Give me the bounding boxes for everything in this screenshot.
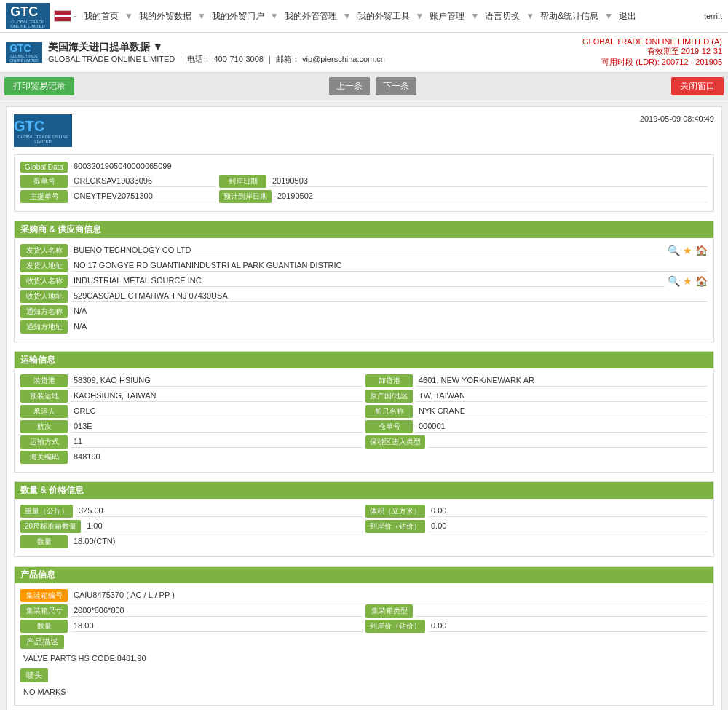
shipper-section-header: 采购商 & 供应商信息	[15, 221, 713, 238]
transport-bonded-row: 运输方式 11 保税区进入类型	[20, 435, 708, 449]
weight-value: 325.00	[76, 505, 363, 517]
product-desc-tag: 产品描述	[20, 635, 64, 649]
customs-row: 海关编码 848190	[20, 451, 708, 464]
vessel-label: 船只名称	[365, 405, 413, 418]
flag-separator: -	[74, 11, 76, 21]
doc-logo: GTC GLOBAL TRADE ONLINE LIMITED	[14, 114, 72, 147]
product-section: 产品信息 集装箱编号 CAIU8475370 ( AC / L / PP ) 集…	[14, 566, 714, 706]
volume-value: 0.00	[428, 505, 708, 517]
global-data-section: Global Data 6003201905040000065099 提单号 O…	[14, 154, 714, 212]
consignee-addr-label: 收货人地址	[20, 290, 68, 303]
volume-label: 体积（立方米）	[365, 505, 425, 518]
doc-timestamp: 2019-05-09 08:40:49	[640, 114, 714, 123]
consignee-name-row: 收货人名称 INDUSTRIAL METAL SOURCE INC 🔍 ★ 🏠	[20, 275, 708, 288]
notify-name-value: N/A	[71, 306, 708, 317]
shipper-section: 采购商 & 供应商信息 发货人名称 BUENO TECHNOLOGY CO LT…	[14, 221, 714, 342]
shipper-addr-label: 发货人地址	[20, 259, 68, 272]
shipper-star-icon[interactable]: ★	[683, 245, 692, 256]
arrival-price-value: 0.00	[428, 521, 708, 532]
shipper-addr-row: 发货人地址 NO 17 GONGYE RD GUANTIANINDUSTRI A…	[20, 259, 708, 272]
nav-tools[interactable]: 我的外贸工具	[355, 9, 413, 24]
product-qty-label: 数量	[20, 620, 68, 633]
prev-button[interactable]: 上一条	[329, 77, 370, 95]
marks-value: NO MARKS	[20, 685, 708, 699]
transport-section-header: 运输信息	[15, 352, 713, 368]
nav-forex[interactable]: 我的外管管理	[282, 9, 340, 24]
bonded-label: 保税区进入类型	[365, 435, 425, 449]
global-data-value: 6003201905040000065099	[71, 161, 708, 173]
shipper-name-row: 发货人名称 BUENO TECHNOLOGY CO LTD 🔍 ★ 🏠	[20, 244, 708, 257]
container-size-value: 2000*806*800	[71, 605, 363, 617]
company-logo: GTC GLOBAL TRADEONLINE LIMITED	[6, 42, 42, 63]
loading-place-value: KAOHSIUNG, TAIWAN	[71, 390, 363, 402]
nav-help[interactable]: 帮助&统计信息	[537, 9, 601, 24]
consignee-addr-row: 收货人地址 529CASCADE CTMAHWAH NJ 07430USA	[20, 290, 708, 303]
close-button[interactable]: 关闭窗口	[671, 77, 724, 95]
product-price-value: 0.00	[428, 620, 708, 632]
container-type-value	[416, 605, 708, 617]
notify-name-row: 通知方名称 N/A	[20, 305, 708, 318]
bill-no-value: ORLCKSAV19033096	[71, 175, 216, 187]
product-qty-value: 18.00	[71, 620, 363, 632]
quantity-section-header: 数量 & 价格信息	[15, 482, 713, 499]
company-info-bar: GTC GLOBAL TRADEONLINE LIMITED 美国海关进口提单数…	[0, 33, 728, 73]
nav-home[interactable]: 我的首页	[81, 9, 122, 24]
quantity-value: 18.00(CTN)	[71, 536, 708, 548]
est-arrival-value: 20190502	[274, 191, 708, 202]
bill-no-label: 提单号	[20, 175, 68, 188]
consignee-search-icon[interactable]: 🔍	[668, 275, 680, 287]
print-button[interactable]: 打印贸易记录	[4, 77, 74, 95]
product-description: VALVE PARTS HS CODE:8481.90	[20, 651, 708, 666]
shipper-name-value: BUENO TECHNOLOGY CO LTD	[71, 245, 665, 256]
customs-value: 848190	[71, 451, 708, 463]
notify-addr-label: 通知方地址	[20, 320, 68, 334]
license-info: GLOBAL TRADE ONLINE LIMITED (A) 有效期至 201…	[582, 37, 722, 68]
consignee-addr-value: 529CASCADE CTMAHWAH NJ 07430USA	[71, 291, 708, 302]
global-data-label: Global Data	[20, 162, 68, 173]
user-info: terri.t	[704, 12, 722, 20]
shipper-search-icon[interactable]: 🔍	[668, 245, 680, 256]
product-qty-price-row: 数量 18.00 到岸价（钻价） 0.00	[20, 620, 708, 633]
nav-trade-data[interactable]: 我的外贸数据	[136, 9, 194, 24]
container-no-label: 集装箱编号	[20, 589, 68, 602]
bonded-value	[428, 436, 708, 448]
master-bill-value: ONEYTPEV20751300	[71, 191, 216, 202]
flag-icon	[54, 10, 71, 22]
product-section-header: 产品信息	[15, 567, 713, 583]
shipper-addr-value: NO 17 GONGYE RD GUANTIANINDUSTRI AL PARK…	[71, 260, 708, 272]
container20-label: 20尺标准箱数量	[20, 520, 81, 533]
nav-logout[interactable]: 退出	[616, 9, 639, 24]
notify-addr-value: N/A	[71, 321, 708, 333]
consignee-home-icon[interactable]: 🏠	[695, 275, 708, 287]
marks-row: 唛头	[20, 668, 708, 682]
master-bill-label: 主提单号	[20, 190, 68, 203]
container-size-type-row: 集装箱尺寸 2000*806*800 集装箱类型	[20, 604, 708, 618]
global-data-row: Global Data 6003201905040000065099	[20, 161, 708, 173]
nav-account[interactable]: 账户管理	[427, 9, 467, 24]
origin-port-label: 装货港	[20, 374, 68, 387]
loading-place-label: 预装运地	[20, 390, 68, 403]
weight-label: 重量（公斤）	[20, 505, 73, 518]
container20-price-row: 20尺标准箱数量 1.00 到岸价（钻价） 0.00	[20, 520, 708, 533]
arrival-price-label: 到岸价（钻价）	[365, 520, 425, 533]
shipper-home-icon[interactable]: 🏠	[695, 245, 708, 256]
nav-lang[interactable]: 语言切换	[482, 9, 523, 24]
origin-country-value: TW, TAIWAN	[416, 390, 708, 402]
quantity-row: 数量 18.00(CTN)	[20, 535, 708, 548]
voyage-container-row: 航次 013E 仓单号 000001	[20, 420, 708, 433]
arrival-date-label: 到岸日期	[219, 175, 266, 188]
container-no-row: 集装箱编号 CAIU8475370 ( AC / L / PP )	[20, 589, 708, 602]
consignee-name-label: 收货人名称	[20, 275, 68, 288]
quantity-label: 数量	[20, 535, 68, 548]
transport-mode-value: 11	[71, 436, 363, 448]
container-no-value: 000001	[416, 421, 708, 433]
transport-mode-label: 运输方式	[20, 435, 68, 449]
nav-trade-portal[interactable]: 我的外贸门户	[209, 9, 267, 24]
next-button[interactable]: 下一条	[376, 77, 416, 95]
voyage-label: 航次	[20, 420, 68, 433]
master-bill-row: 主提单号 ONEYTPEV20751300 预计到岸日期 20190502	[20, 190, 708, 203]
consignee-star-icon[interactable]: ★	[683, 275, 692, 287]
ports-row: 装货港 58309, KAO HSIUNG 卸货港 4601, NEW YORK…	[20, 374, 708, 387]
shipper-name-label: 发货人名称	[20, 244, 68, 257]
product-price-label: 到岸价（钻价）	[365, 620, 425, 633]
